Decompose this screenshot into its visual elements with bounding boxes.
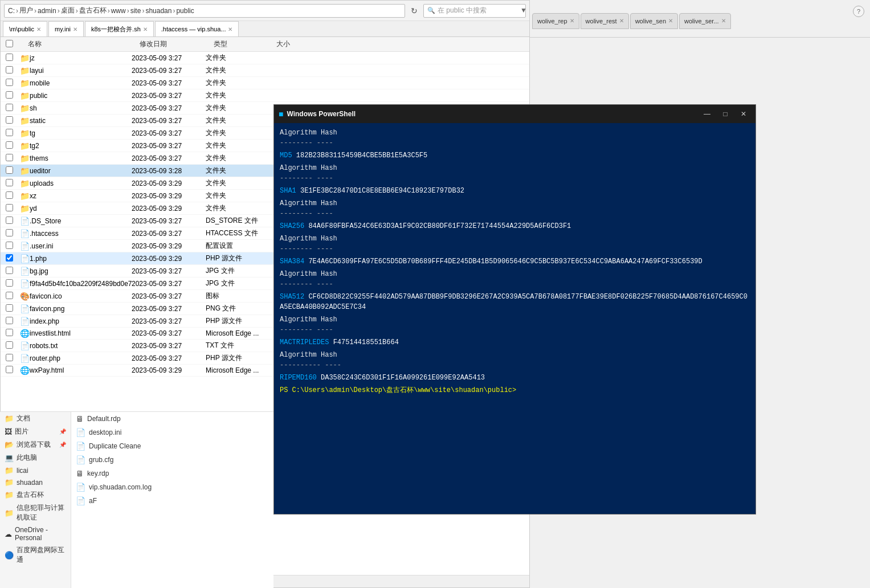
ps-minimize-button[interactable]: — bbox=[700, 108, 714, 120]
baidu-item[interactable]: 🔵 百度网盘网际互通 bbox=[0, 544, 71, 566]
row-check[interactable] bbox=[1, 191, 18, 201]
row-checkbox[interactable] bbox=[6, 204, 13, 211]
row-checkbox[interactable] bbox=[6, 329, 13, 336]
ps-close-button[interactable]: ✕ bbox=[736, 108, 751, 120]
row-checkbox[interactable] bbox=[6, 191, 13, 199]
help-icon[interactable]: ? bbox=[853, 6, 864, 17]
bottom-nav-item[interactable]: 💻此电脑 bbox=[0, 451, 71, 464]
row-check[interactable] bbox=[1, 242, 18, 251]
row-checkbox[interactable] bbox=[6, 242, 13, 249]
header-size[interactable]: 大小 bbox=[276, 39, 322, 49]
bottom-nav-item[interactable]: 📁信息犯罪与计算机取证 bbox=[0, 501, 71, 524]
row-check[interactable] bbox=[1, 354, 18, 363]
row-check[interactable] bbox=[1, 329, 18, 338]
file-row[interactable]: 📁 layui 2023-05-09 3:27 文件夹 bbox=[1, 64, 529, 77]
bottom-file-item[interactable]: 🖥key.rdp bbox=[71, 467, 273, 480]
file-row[interactable]: 📁 mobile 2023-05-09 3:27 文件夹 bbox=[1, 77, 529, 89]
row-checkbox[interactable] bbox=[6, 354, 13, 361]
btab-close[interactable]: ✕ bbox=[668, 18, 673, 24]
onedrive-item[interactable]: ☁ OneDrive - Personal bbox=[0, 524, 71, 544]
file-row[interactable]: 📁 jz 2023-05-09 3:27 文件夹 bbox=[1, 52, 529, 64]
row-checkbox[interactable] bbox=[6, 66, 13, 74]
search-box[interactable]: 🔍 在 public 中搜索 bbox=[423, 4, 526, 18]
close-tab-k8s[interactable]: ✕ bbox=[143, 26, 148, 32]
btab-close[interactable]: ✕ bbox=[721, 18, 726, 24]
row-checkbox[interactable] bbox=[6, 141, 13, 149]
row-checkbox[interactable] bbox=[6, 79, 13, 86]
btab-close[interactable]: ✕ bbox=[570, 18, 574, 24]
row-check[interactable] bbox=[1, 141, 18, 150]
ps-content[interactable]: Algorithm Hash-------- ----MD5 182B23B83… bbox=[274, 123, 755, 514]
select-all-checkbox[interactable] bbox=[6, 40, 13, 47]
ps-maximize-button[interactable]: □ bbox=[718, 108, 733, 120]
row-check[interactable] bbox=[1, 366, 18, 375]
bottom-file-item[interactable]: 📄Duplicate Cleane bbox=[71, 439, 273, 453]
browser-tab-3[interactable]: wolive_ser...✕ bbox=[679, 13, 731, 29]
row-checkbox[interactable] bbox=[6, 317, 13, 324]
row-checkbox[interactable] bbox=[6, 166, 13, 174]
row-check[interactable] bbox=[1, 229, 18, 238]
row-checkbox[interactable] bbox=[6, 129, 13, 136]
row-check[interactable] bbox=[1, 267, 18, 276]
row-check[interactable] bbox=[1, 104, 18, 113]
row-check[interactable] bbox=[1, 317, 18, 326]
close-tab-myini[interactable]: ✕ bbox=[73, 26, 77, 32]
tab-htaccess[interactable]: .htaccess — vip.shua... ✕ bbox=[155, 21, 239, 36]
bottom-nav-item[interactable]: 🖼图片📌 bbox=[0, 425, 71, 438]
row-checkbox[interactable] bbox=[6, 229, 13, 236]
row-check[interactable] bbox=[1, 279, 18, 288]
row-check[interactable] bbox=[1, 292, 18, 301]
row-checkbox[interactable] bbox=[6, 154, 13, 161]
row-checkbox[interactable] bbox=[6, 279, 13, 287]
row-check[interactable] bbox=[1, 54, 18, 63]
row-check[interactable] bbox=[1, 341, 18, 350]
refresh-button[interactable]: ↻ bbox=[407, 4, 421, 18]
row-checkbox[interactable] bbox=[6, 304, 13, 312]
row-checkbox[interactable] bbox=[6, 116, 13, 124]
header-date[interactable]: 修改日期 bbox=[140, 39, 214, 49]
row-checkbox[interactable] bbox=[6, 292, 13, 299]
row-checkbox[interactable] bbox=[6, 104, 13, 111]
bottom-nav-item[interactable]: 📁文档 bbox=[0, 412, 71, 425]
row-check[interactable] bbox=[1, 129, 18, 138]
btab-close[interactable]: ✕ bbox=[619, 18, 624, 24]
tab-k8s[interactable]: k8s一把梭合并.sh ✕ bbox=[85, 21, 154, 36]
row-checkbox[interactable] bbox=[6, 54, 13, 61]
row-checkbox[interactable] bbox=[6, 179, 13, 186]
bottom-file-item[interactable]: 📄desktop.ini bbox=[71, 426, 273, 439]
close-tab-public[interactable]: ✕ bbox=[36, 26, 41, 32]
browser-tab-2[interactable]: wolive_sen✕ bbox=[630, 13, 678, 29]
breadcrumb-bar[interactable]: C: › 用户 › admin › 桌面 › 盘古石杯 › www › site… bbox=[4, 4, 405, 18]
tab-public[interactable]: \m\public ✕ bbox=[3, 21, 47, 36]
bottom-nav-item[interactable]: 📁licai bbox=[0, 464, 71, 476]
browser-tab-0[interactable]: wolive_rep✕ bbox=[532, 13, 579, 29]
row-check[interactable] bbox=[1, 66, 18, 75]
bottom-nav-item[interactable]: 📁shuadan bbox=[0, 476, 71, 488]
file-row[interactable]: 📁 public 2023-05-09 3:27 文件夹 bbox=[1, 89, 529, 102]
row-check[interactable] bbox=[1, 254, 18, 263]
row-checkbox[interactable] bbox=[6, 366, 13, 373]
row-checkbox[interactable] bbox=[6, 341, 13, 349]
row-check[interactable] bbox=[1, 91, 18, 100]
row-check[interactable] bbox=[1, 204, 18, 213]
header-type[interactable]: 类型 bbox=[214, 39, 276, 49]
breadcrumb-expand-icon[interactable]: ▼ bbox=[520, 6, 527, 14]
bottom-file-item[interactable]: 🖥Default.rdp bbox=[71, 412, 273, 426]
row-check[interactable] bbox=[1, 166, 18, 175]
close-tab-htaccess[interactable]: ✕ bbox=[228, 26, 232, 32]
header-name[interactable]: 名称 bbox=[26, 39, 140, 49]
row-checkbox[interactable] bbox=[6, 91, 13, 99]
af-item[interactable]: 📄 aF bbox=[71, 494, 273, 508]
tab-myini[interactable]: my.ini ✕ bbox=[48, 21, 84, 36]
row-checkbox[interactable] bbox=[6, 254, 13, 262]
bottom-file-item[interactable]: 📄grub.cfg bbox=[71, 453, 273, 467]
browser-tab-1[interactable]: wolive_rest✕ bbox=[581, 13, 629, 29]
row-checkbox[interactable] bbox=[6, 267, 13, 274]
row-check[interactable] bbox=[1, 179, 18, 188]
row-check[interactable] bbox=[1, 116, 18, 125]
row-check[interactable] bbox=[1, 217, 18, 226]
row-check[interactable] bbox=[1, 304, 18, 313]
log-item[interactable]: 📄 vip.shuadan.com.log bbox=[71, 480, 273, 494]
bottom-nav-item[interactable]: 📂浏览器下载📌 bbox=[0, 438, 71, 451]
bottom-nav-item[interactable]: 📁盘古石杯 bbox=[0, 488, 71, 501]
